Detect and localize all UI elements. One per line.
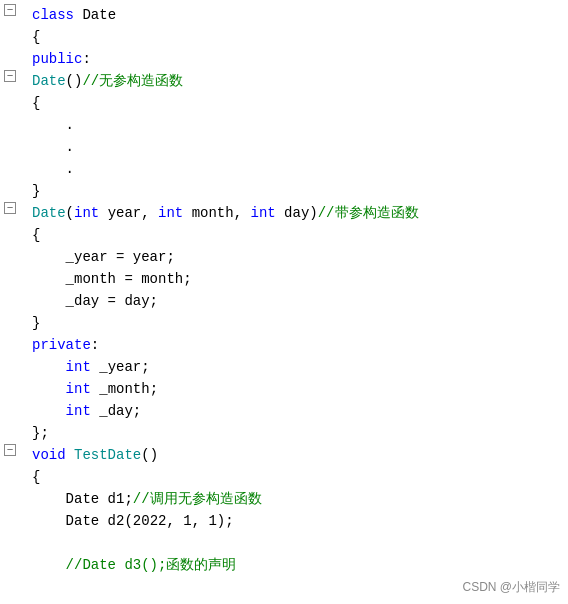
token: TestDate xyxy=(74,447,141,463)
token xyxy=(32,513,66,529)
code-segment: _day = day; xyxy=(32,290,564,312)
code-segment: Date d1;//调用无参构造函数 xyxy=(32,488,564,510)
token: { xyxy=(32,95,40,111)
code-segment: Date()//无参构造函数 xyxy=(32,70,564,92)
token: } xyxy=(32,183,40,199)
code-line: //Date d3();函数的声明 xyxy=(0,554,568,576)
token: //无参构造函数 xyxy=(82,73,183,89)
token: _month = month; xyxy=(32,271,192,287)
token: void xyxy=(32,447,66,463)
token: . xyxy=(32,117,74,133)
token: int xyxy=(66,359,91,375)
token: { xyxy=(32,29,40,45)
token: public xyxy=(32,51,82,67)
fold-icon[interactable]: − xyxy=(4,202,16,214)
code-segment: }; xyxy=(32,422,564,444)
token: d2(2022, 1, 1); xyxy=(99,513,233,529)
code-line: −Date()//无参构造函数 xyxy=(0,70,568,92)
token: : xyxy=(82,51,90,67)
token: Date xyxy=(32,73,66,89)
token: day) xyxy=(276,205,318,221)
code-line: { xyxy=(0,92,568,114)
code-segment: . xyxy=(32,114,564,136)
token: int xyxy=(66,381,91,397)
token: int xyxy=(74,205,99,221)
code-segment: Date(int year, int month, int day)//带参构造… xyxy=(32,202,564,224)
token: int xyxy=(66,403,91,419)
code-line: −class Date xyxy=(0,4,568,26)
token: _day; xyxy=(91,403,141,419)
token xyxy=(66,447,74,463)
token: private xyxy=(32,337,91,353)
code-line: Date d2(2022, 1, 1); xyxy=(0,510,568,532)
code-line: int _day; xyxy=(0,400,568,422)
token: . xyxy=(32,139,74,155)
token: : xyxy=(91,337,99,353)
code-line: { xyxy=(0,466,568,488)
code-segment: _year = year; xyxy=(32,246,564,268)
token: Date xyxy=(66,513,100,529)
token: class xyxy=(32,7,82,23)
code-segment: void TestDate() xyxy=(32,444,564,466)
code-segment: } xyxy=(32,180,564,202)
token: _year; xyxy=(91,359,150,375)
code-segment: Date d2(2022, 1, 1); xyxy=(32,510,564,532)
token: //Date d3();函数的声明 xyxy=(66,557,237,573)
token: _month; xyxy=(91,381,158,397)
code-line: . xyxy=(0,114,568,136)
code-line: −void TestDate() xyxy=(0,444,568,466)
token: int xyxy=(158,205,183,221)
token: { xyxy=(32,469,40,485)
token: //调用无参构造函数 xyxy=(133,491,262,507)
token: _day = day; xyxy=(32,293,158,309)
code-segment: . xyxy=(32,158,564,180)
token: int xyxy=(250,205,275,221)
code-segment: public: xyxy=(32,48,564,70)
token: Date xyxy=(66,491,100,507)
code-line: }; xyxy=(0,422,568,444)
fold-icon[interactable]: − xyxy=(4,444,16,456)
code-line: −Date(int year, int month, int day)//带参构… xyxy=(0,202,568,224)
code-line: int _month; xyxy=(0,378,568,400)
token: d1; xyxy=(99,491,133,507)
token: year, xyxy=(99,205,158,221)
token: _year = year; xyxy=(32,249,175,265)
code-line: Date d1;//调用无参构造函数 xyxy=(0,488,568,510)
token: Date xyxy=(32,205,66,221)
code-line: private: xyxy=(0,334,568,356)
code-segment: . xyxy=(32,136,564,158)
watermark: CSDN @小楷同学 xyxy=(462,579,560,596)
code-container: −class Date{public:−Date()//无参构造函数{ . . … xyxy=(0,0,568,604)
fold-icon[interactable]: − xyxy=(4,4,16,16)
token xyxy=(32,403,66,419)
code-line: { xyxy=(0,224,568,246)
fold-icon[interactable]: − xyxy=(4,70,16,82)
code-line: int _year; xyxy=(0,356,568,378)
token: ( xyxy=(66,205,74,221)
token xyxy=(32,359,66,375)
code-segment: { xyxy=(32,466,564,488)
token: { xyxy=(32,227,40,243)
code-segment: } xyxy=(32,312,564,334)
token: () xyxy=(66,73,83,89)
code-segment: int _month; xyxy=(32,378,564,400)
token: month, xyxy=(183,205,250,221)
token xyxy=(32,381,66,397)
code-line: } xyxy=(0,312,568,334)
code-line: . xyxy=(0,158,568,180)
code-segment: { xyxy=(32,26,564,48)
code-line: public: xyxy=(0,48,568,70)
code-segment: private: xyxy=(32,334,564,356)
token: Date xyxy=(82,7,116,23)
code-segment: //Date d3();函数的声明 xyxy=(32,554,564,576)
code-segment: _month = month; xyxy=(32,268,564,290)
code-segment: class Date xyxy=(32,4,564,26)
code-segment: int _day; xyxy=(32,400,564,422)
code-line: { xyxy=(0,26,568,48)
code-line: } xyxy=(0,180,568,202)
token: () xyxy=(141,447,158,463)
code-line xyxy=(0,532,568,554)
code-line: _year = year; xyxy=(0,246,568,268)
code-line: _month = month; xyxy=(0,268,568,290)
token: //带参构造函数 xyxy=(318,205,419,221)
